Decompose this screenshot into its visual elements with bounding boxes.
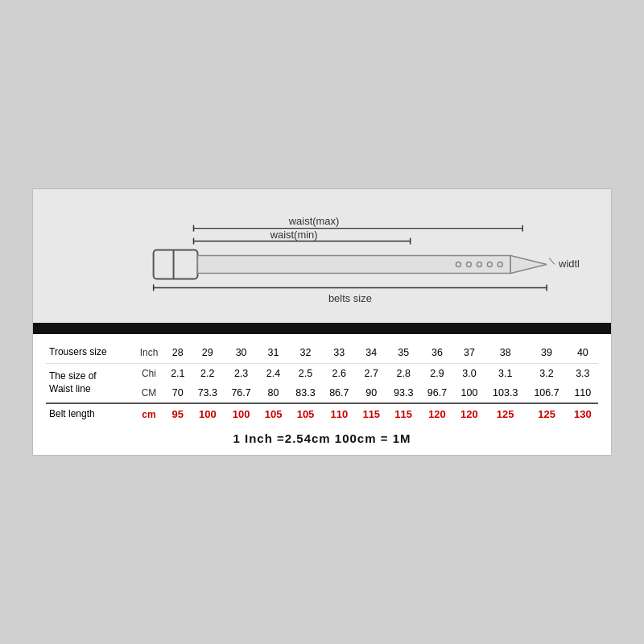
trousers-val-5: 33 xyxy=(322,342,356,363)
cm-val-6: 90 xyxy=(356,383,386,403)
svg-text:waist(max): waist(max) xyxy=(288,215,340,227)
waist-chi-unit: Chi xyxy=(133,364,165,384)
chi-val-7: 2.8 xyxy=(386,364,420,384)
footnote-text: 1 Inch =2.54cm 100cm = 1M xyxy=(46,425,598,450)
cm-val-8: 96.7 xyxy=(420,383,454,403)
trousers-val-3: 31 xyxy=(258,342,288,363)
chi-val-4: 2.5 xyxy=(289,364,323,384)
cm-val-11: 106.7 xyxy=(526,383,567,403)
trousers-label: Trousers size xyxy=(46,342,133,363)
svg-text:belts size: belts size xyxy=(328,293,372,305)
chi-val-11: 3.2 xyxy=(526,364,567,384)
trousers-val-8: 36 xyxy=(420,342,454,363)
table-row-belt-length: Belt length cm 95 100 100 105 105 110 11… xyxy=(46,403,598,425)
belt-length-label: Belt length xyxy=(46,403,133,425)
belt-val-2: 100 xyxy=(225,403,258,425)
belt-diagram-svg: waist(max) waist(min) xyxy=(65,212,579,308)
svg-line-18 xyxy=(549,258,555,265)
belt-val-8: 120 xyxy=(420,403,454,425)
belt-diagram: waist(max) waist(min) xyxy=(33,189,611,323)
trousers-val-10: 38 xyxy=(485,342,526,363)
chi-val-10: 3.1 xyxy=(485,364,526,384)
waist-cm-unit: CM xyxy=(133,383,165,403)
svg-marker-11 xyxy=(510,256,547,274)
svg-text:waist(min): waist(min) xyxy=(270,229,318,241)
size-chart-card: waist(max) waist(min) xyxy=(32,188,612,455)
cm-val-1: 73.3 xyxy=(191,383,225,403)
trousers-unit: Inch xyxy=(133,342,165,363)
trousers-val-6: 34 xyxy=(356,342,386,363)
trousers-val-1: 29 xyxy=(191,342,225,363)
cm-val-5: 86.7 xyxy=(322,383,356,403)
cm-val-2: 76.7 xyxy=(225,383,258,403)
waist-label: The size ofWaist line xyxy=(46,364,133,404)
trousers-val-9: 37 xyxy=(454,342,485,363)
belt-val-6: 115 xyxy=(356,403,386,425)
table-row-trousers: Trousers size Inch 28 29 30 31 32 33 34 … xyxy=(46,342,598,363)
svg-rect-8 xyxy=(154,250,198,279)
trousers-val-11: 39 xyxy=(526,342,567,363)
chi-val-0: 2.1 xyxy=(165,364,191,384)
chi-val-8: 2.9 xyxy=(420,364,454,384)
belt-val-1: 100 xyxy=(191,403,225,425)
belt-val-7: 115 xyxy=(386,403,420,425)
chi-val-2: 2.3 xyxy=(225,364,258,384)
belt-val-0: 95 xyxy=(165,403,191,425)
black-divider-bar xyxy=(33,323,611,334)
size-table: Trousers size Inch 28 29 30 31 32 33 34 … xyxy=(46,342,598,424)
chi-val-1: 2.2 xyxy=(191,364,225,384)
trousers-val-2: 30 xyxy=(225,342,258,363)
cm-val-0: 70 xyxy=(165,383,191,403)
table-row-waist-chi: The size ofWaist line Chi 2.1 2.2 2.3 2.… xyxy=(46,364,598,384)
chi-val-3: 2.4 xyxy=(258,364,288,384)
chi-val-12: 3.3 xyxy=(568,364,598,384)
trousers-val-0: 28 xyxy=(165,342,191,363)
chi-val-6: 2.7 xyxy=(356,364,386,384)
belt-val-10: 125 xyxy=(485,403,526,425)
cm-val-9: 100 xyxy=(454,383,485,403)
belt-val-11: 125 xyxy=(526,403,567,425)
belt-val-4: 105 xyxy=(289,403,323,425)
chi-val-5: 2.6 xyxy=(322,364,356,384)
chi-val-9: 3.0 xyxy=(454,364,485,384)
cm-val-4: 83.3 xyxy=(289,383,323,403)
trousers-val-7: 35 xyxy=(386,342,420,363)
trousers-val-4: 32 xyxy=(289,342,323,363)
cm-val-3: 80 xyxy=(258,383,288,403)
cm-val-10: 103.3 xyxy=(485,383,526,403)
belt-val-5: 110 xyxy=(322,403,356,425)
cm-val-7: 93.3 xyxy=(386,383,420,403)
cm-val-12: 110 xyxy=(568,383,598,403)
size-table-section: Trousers size Inch 28 29 30 31 32 33 34 … xyxy=(33,334,611,454)
belt-val-12: 130 xyxy=(568,403,598,425)
trousers-val-12: 40 xyxy=(568,342,598,363)
svg-text:width: width xyxy=(558,258,579,270)
belt-val-3: 105 xyxy=(258,403,288,425)
belt-val-9: 120 xyxy=(454,403,485,425)
svg-rect-10 xyxy=(197,256,510,274)
belt-length-unit: cm xyxy=(133,403,165,425)
